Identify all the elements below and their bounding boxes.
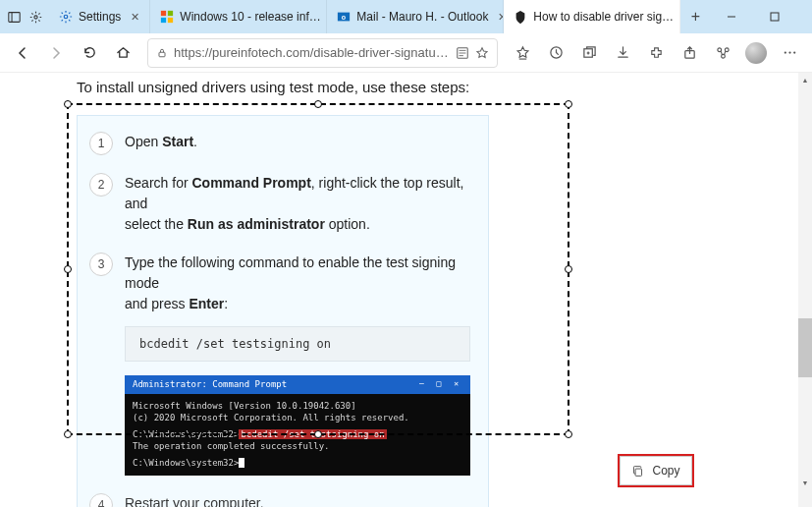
pureinfotech-favicon-icon [514,10,527,24]
svg-point-2 [33,15,36,18]
svg-rect-11 [771,13,779,21]
scroll-up-icon[interactable]: ▲ [798,73,812,86]
svg-point-26 [725,48,729,52]
svg-point-29 [788,51,790,53]
settings-gear-icon[interactable] [27,9,43,25]
resize-handle[interactable] [64,100,72,108]
step-4: 4 Restart your computer. [89,493,470,507]
share-icon[interactable] [675,38,704,68]
step-text: Restart your computer. [125,493,470,507]
svg-rect-4 [161,11,166,16]
scrollbar-thumb[interactable] [798,318,812,377]
more-menu-icon[interactable] [775,38,804,68]
tab-pureinfotech[interactable]: How to disable driver sig… ✕ [504,0,680,33]
tab-label: Settings [79,10,121,24]
window-maximize-button[interactable] [753,0,796,33]
profile-avatar[interactable] [741,38,771,68]
windows-favicon-icon [160,10,174,24]
copy-icon [631,465,644,478]
window-minimize-button[interactable] [710,0,753,33]
browser-toolbar: https://pureinfotech.com/disable-driver-… [0,33,812,73]
scroll-down-icon[interactable]: ▼ [798,476,812,489]
tab-label: Windows 10 - release inf… [180,10,320,24]
copy-button[interactable]: Copy [620,456,692,485]
resize-handle[interactable] [64,265,72,273]
scrollbar[interactable]: ▲ ▼ [798,73,812,507]
svg-point-25 [717,48,721,52]
svg-point-30 [793,51,795,53]
favorites-icon[interactable] [508,38,537,68]
resize-handle[interactable] [565,430,572,438]
outlook-favicon-icon: o [337,10,351,24]
refresh-button[interactable] [75,38,104,68]
svg-rect-14 [159,52,165,57]
performance-icon[interactable] [708,38,737,68]
svg-rect-31 [636,469,643,476]
resize-handle[interactable] [565,265,572,273]
reader-mode-icon[interactable] [456,46,469,60]
history-icon[interactable] [541,38,570,68]
tab-outlook[interactable]: o Mail - Mauro H. - Outlook ✕ [327,0,504,33]
resize-handle[interactable] [565,100,572,108]
browser-titlebar: Settings ✕ Windows 10 - release inf… ✕ o… [0,0,812,33]
new-tab-button[interactable]: + [680,0,710,33]
intro-text: To install unsigned drivers using test m… [77,79,812,95]
svg-point-3 [64,15,68,19]
resize-handle[interactable] [314,100,322,108]
tab-strip: Settings ✕ Windows 10 - release inf… ✕ o… [49,0,710,33]
tab-windows10[interactable]: Windows 10 - release inf… ✕ [150,0,327,33]
forward-button[interactable] [41,38,71,68]
svg-rect-7 [168,18,173,23]
snipping-selection[interactable] [67,103,569,435]
downloads-icon[interactable] [608,38,637,68]
window-close-button[interactable] [796,0,812,33]
tab-close-icon[interactable]: ✕ [131,11,139,24]
lock-icon [156,47,168,59]
resize-handle[interactable] [64,430,72,438]
tab-actions-icon[interactable] [6,9,22,25]
url-text: https://pureinfotech.com/disable-driver-… [174,45,450,60]
address-bar[interactable]: https://pureinfotech.com/disable-driver-… [147,38,498,68]
tab-label: How to disable driver sig… [533,10,674,24]
back-button[interactable] [8,38,37,68]
svg-point-28 [784,51,785,53]
tab-label: Mail - Mauro H. - Outlook [356,10,488,24]
svg-text:o: o [342,14,346,21]
tab-settings[interactable]: Settings ✕ [49,0,150,33]
svg-rect-5 [168,11,173,16]
step-number: 4 [89,493,113,507]
copy-label: Copy [652,464,679,478]
extensions-icon[interactable] [641,38,671,68]
resize-handle[interactable] [314,430,322,438]
collections-icon[interactable] [574,38,604,68]
svg-rect-6 [161,18,166,23]
home-button[interactable] [108,38,137,68]
favorite-star-icon[interactable] [475,46,489,60]
settings-favicon-icon [59,10,73,24]
svg-rect-0 [8,12,19,22]
